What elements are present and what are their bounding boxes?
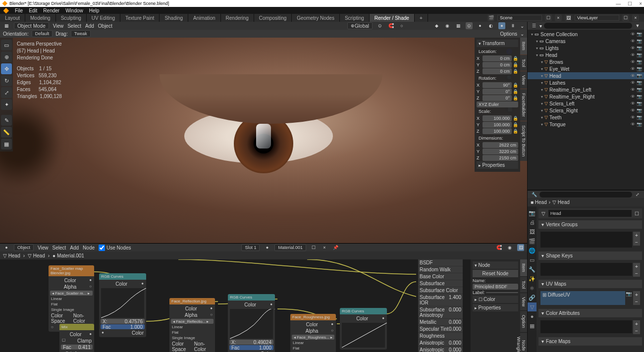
- loc-z[interactable]: 0 cm: [483, 68, 512, 74]
- shading-dropdown[interactable]: ⌄: [520, 23, 524, 29]
- shading-solid-icon[interactable]: ●: [477, 22, 483, 29]
- snap-icon[interactable]: 🧲: [387, 22, 394, 29]
- tab-geonodes[interactable]: Geometry Nodes: [292, 14, 340, 22]
- menu-edit[interactable]: Edit: [29, 8, 37, 13]
- uv-remove[interactable]: −: [633, 298, 640, 305]
- tab-texture[interactable]: Texture Paint: [120, 14, 160, 22]
- tab-mesh-data[interactable]: ▽: [528, 302, 537, 311]
- bsdf-specular-tint[interactable]: Specular Tint0.000: [418, 326, 463, 332]
- dim-y[interactable]: 3220 cm: [483, 149, 518, 154]
- render-icon[interactable]: 📷: [637, 108, 642, 113]
- filter-icon[interactable]: ▼: [634, 22, 641, 29]
- tab-uv[interactable]: UV Editing: [87, 14, 120, 22]
- ne-vtab-view[interactable]: View: [520, 293, 527, 310]
- scl-x[interactable]: 100.000: [483, 115, 512, 121]
- render-icon[interactable]: 📷: [637, 32, 642, 37]
- visibility-icon[interactable]: 👁: [631, 66, 635, 71]
- bsdf-bsdf[interactable]: BSDF: [418, 259, 463, 266]
- scene-name[interactable]: [497, 15, 542, 21]
- node-label-field[interactable]: [486, 292, 518, 293]
- vg-add[interactable]: +: [633, 232, 640, 239]
- tab-animation[interactable]: Animation: [188, 14, 220, 22]
- npanel-properties[interactable]: ▸ Properties: [477, 161, 518, 169]
- vtab-view[interactable]: View: [520, 71, 527, 89]
- outliner-item-tongue[interactable]: ▾▽Tongue👁📷: [528, 121, 644, 128]
- render-icon[interactable]: 📷: [637, 46, 642, 50]
- ne-bc2[interactable]: ▽ Head: [28, 253, 45, 258]
- render-icon[interactable]: 📷: [637, 115, 642, 120]
- visibility-icon[interactable]: 👁: [631, 115, 635, 120]
- scl-z[interactable]: 100.000: [483, 128, 512, 134]
- overlays-icon[interactable]: ◉: [444, 22, 451, 29]
- render-icon[interactable]: 📷: [637, 39, 642, 44]
- visibility-icon[interactable]: 👁: [631, 80, 635, 85]
- node-rgb-curves-1[interactable]: RGB Curves: [99, 273, 146, 280]
- ne-bc3[interactable]: ● Material.001: [53, 253, 84, 258]
- tab-viewlayer[interactable]: 🖼: [528, 227, 537, 236]
- ne-vtab-item[interactable]: Item: [520, 259, 527, 276]
- node-principled-bsdf[interactable]: BSDFRandom WalkBase ColorSubsurfaceSubsu…: [418, 259, 463, 352]
- ne-view[interactable]: View: [38, 245, 49, 251]
- vtab-script[interactable]: Script To Button: [520, 121, 527, 160]
- bsdf-anisotropic[interactable]: Anisotropic0.000: [418, 340, 463, 346]
- tab-scene[interactable]: 🎬: [528, 237, 537, 246]
- node-face-scatter[interactable]: Face_Scatter map Blender.jpg: [49, 265, 94, 276]
- ne-vtab-tool[interactable]: Tool: [520, 277, 527, 293]
- render-icon[interactable]: 📷: [637, 87, 642, 92]
- outliner-display[interactable]: ▾: [539, 23, 542, 29]
- tab-render-shade[interactable]: Render / Shade: [370, 14, 415, 22]
- bsdf-subsurface-color[interactable]: Subsurface Color: [418, 287, 463, 294]
- rot-x[interactable]: 90°: [483, 82, 512, 88]
- vp-object[interactable]: Object: [98, 23, 112, 29]
- ne-side-props[interactable]: ▸ Properties: [473, 304, 518, 311]
- tab-texture[interactable]: ▦: [528, 321, 537, 330]
- node-rgb-curves-3[interactable]: RGB Curves: [340, 308, 387, 314]
- ne-select[interactable]: Select: [53, 245, 66, 251]
- visibility-icon[interactable]: 👁: [631, 52, 635, 57]
- ca-add[interactable]: +: [633, 320, 640, 327]
- rot-mode[interactable]: XYZ Euler: [477, 101, 518, 107]
- tool-measure[interactable]: 📏: [1, 127, 12, 138]
- mesh-datablock[interactable]: ☐: [635, 211, 639, 216]
- tab-layout[interactable]: Layout: [0, 14, 25, 22]
- bsdf-roughness[interactable]: Roughness: [418, 333, 463, 339]
- tab-shading[interactable]: Shading: [160, 14, 188, 22]
- editor-type-props[interactable]: 🔧: [531, 191, 537, 198]
- uvmap-item[interactable]: ⊞ DiffuseUV: [540, 291, 625, 305]
- shading-wire-icon[interactable]: ⊙: [466, 22, 473, 29]
- render-icon[interactable]: 📷: [637, 80, 642, 85]
- ne-vtab-wrangler[interactable]: Node Wrangler: [520, 333, 527, 352]
- tab-output[interactable]: 🖨: [528, 218, 537, 227]
- props-search[interactable]: [539, 192, 632, 198]
- shading-matprev-icon[interactable]: ◐: [487, 22, 494, 29]
- options-label[interactable]: Options: [500, 31, 517, 37]
- tool-annotate[interactable]: ✎: [1, 115, 12, 126]
- close-button[interactable]: ×: [639, 1, 642, 6]
- tab-modifiers[interactable]: 🔧: [528, 265, 537, 274]
- viewport-3d[interactable]: ▭ ⊕ ✥ ↻ ⤢ ✦ ✎ 📏 ▦ Camera Perspective (67…: [0, 38, 527, 243]
- tool-move[interactable]: ✥: [1, 63, 12, 74]
- visibility-icon[interactable]: 👁: [631, 73, 635, 78]
- loc-x[interactable]: 0 cm: [483, 55, 512, 61]
- viewlayer-name[interactable]: [575, 15, 619, 21]
- tool-cursor[interactable]: ⊕: [1, 51, 12, 62]
- mat-new[interactable]: ☐: [310, 244, 317, 251]
- bsdf-random-walk[interactable]: Random Walk: [418, 266, 463, 273]
- dim-x[interactable]: 2622 cm: [483, 142, 518, 148]
- rot-z[interactable]: 0°: [483, 95, 512, 101]
- render-icon[interactable]: 📷: [637, 73, 642, 78]
- tab-particles[interactable]: ✨: [528, 274, 537, 283]
- viewlayer-new[interactable]: ☐: [622, 14, 629, 21]
- vtab-item[interactable]: Item: [520, 38, 527, 54]
- slot-dropdown[interactable]: Slot 1: [241, 244, 260, 251]
- render-icon[interactable]: 📷: [637, 66, 642, 71]
- render-icon[interactable]: 📷: [637, 101, 642, 106]
- ne-object[interactable]: Object: [14, 244, 34, 251]
- uvmap-render-icon[interactable]: 📷: [625, 291, 632, 305]
- shading-render-icon[interactable]: ●: [498, 22, 505, 29]
- sk-add[interactable]: +: [633, 263, 640, 270]
- tab-object[interactable]: ▭: [528, 255, 537, 264]
- mesh-name[interactable]: [548, 210, 632, 217]
- ne-vtab-option[interactable]: Option: [520, 311, 527, 332]
- render-icon[interactable]: 📷: [637, 59, 642, 64]
